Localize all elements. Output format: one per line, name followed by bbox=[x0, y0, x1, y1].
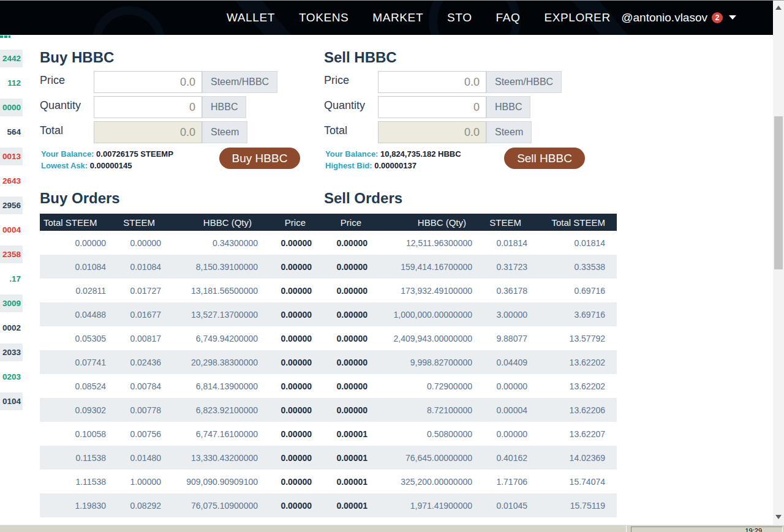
order-row: 0.000000.000000.343000000.00000 bbox=[40, 231, 314, 255]
cutoff-value: 2956 bbox=[0, 197, 23, 214]
order-cell: 12,511.96300000 bbox=[370, 238, 475, 248]
nav-menu: WALLET TOKENS MARKET STO FAQ EXPLORER bbox=[227, 0, 611, 35]
order-row: 0.044880.0167713,527.137000000.00000 bbox=[40, 302, 314, 326]
notification-badge[interactable]: 2 bbox=[712, 12, 723, 23]
buy-total-label: Total bbox=[40, 124, 63, 137]
order-cell: 0.50800000 bbox=[370, 429, 475, 439]
order-cell: 0.31723 bbox=[475, 262, 530, 272]
cutoff-value: 2358 bbox=[0, 245, 23, 263]
order-cell: 0.33538 bbox=[530, 262, 617, 272]
order-cell: 0.34300000 bbox=[164, 238, 260, 248]
buy-total-input bbox=[94, 121, 202, 143]
order-row: 0.0000012,511.963000000.018140.01814 bbox=[314, 231, 617, 255]
sell-quantity-input[interactable] bbox=[378, 96, 486, 118]
order-row: 0.053050.008176,749.942000000.00000 bbox=[40, 326, 314, 350]
sell-hbbc-button[interactable]: Sell HBBC bbox=[504, 148, 585, 169]
scroll-up-arrow-icon[interactable] bbox=[775, 6, 782, 10]
order-cell: 6,747.16100000 bbox=[164, 429, 260, 439]
cutoff-value: 564 bbox=[0, 123, 23, 141]
order-cell: 0.01084 bbox=[40, 262, 108, 272]
order-cell: 9,998.82700000 bbox=[370, 358, 475, 367]
buy-balance-label: Your Balance: bbox=[41, 149, 94, 159]
vertical-scrollbar[interactable] bbox=[773, 0, 784, 525]
order-cell: 0.36178 bbox=[475, 286, 530, 296]
order-cell: 0.00000 bbox=[260, 310, 314, 320]
order-cell: 1.71706 bbox=[475, 477, 530, 487]
order-row: 0.00000173,932.491000000.361780.69716 bbox=[314, 279, 617, 302]
buy-orders-title: Buy Orders bbox=[40, 190, 120, 207]
order-cell: 13.62207 bbox=[530, 429, 617, 439]
cutoff-value: 2442 bbox=[0, 50, 23, 67]
order-cell: 14.02369 bbox=[530, 453, 617, 463]
order-cell: 0.00001 bbox=[314, 501, 370, 511]
order-cell: 2,409,943.00000000 bbox=[370, 334, 475, 343]
order-cell: 0.00000 bbox=[260, 286, 314, 296]
scroll-down-arrow-icon[interactable] bbox=[775, 515, 782, 519]
order-row: 1.198300.0829276,075.109000000.00000 bbox=[40, 493, 314, 517]
column-header: STEEM bbox=[475, 217, 530, 228]
cutoff-value: 112 bbox=[0, 74, 23, 92]
order-cell: 1.19830 bbox=[40, 501, 108, 511]
column-header: Total STEEM bbox=[530, 217, 617, 228]
sell-price-input[interactable] bbox=[378, 71, 486, 93]
cutoff-value: 2033 bbox=[0, 343, 23, 361]
order-cell: 20,298.38300000 bbox=[164, 358, 260, 367]
order-row: 0.000002,409,943.000000009.8807713.57792 bbox=[314, 326, 617, 350]
column-header: Price bbox=[260, 217, 314, 228]
order-row: 0.000009,998.827000000.0440913.62202 bbox=[314, 350, 617, 374]
order-cell: 0.00000 bbox=[314, 358, 370, 367]
order-cell: 0.01045 bbox=[475, 501, 530, 511]
nav-item-market[interactable]: MARKET bbox=[372, 11, 423, 24]
window-top-edge bbox=[0, 0, 784, 1]
order-cell: 0.00778 bbox=[108, 405, 164, 415]
order-cell: 6,814.13900000 bbox=[164, 381, 260, 391]
order-cell: 6,749.94200000 bbox=[164, 334, 260, 343]
taskbar-clock: 19:29 bbox=[745, 527, 762, 532]
order-cell: 0.00000 bbox=[260, 405, 314, 415]
nav-item-faq[interactable]: FAQ bbox=[496, 11, 521, 24]
buy-quantity-input[interactable] bbox=[94, 96, 202, 118]
buy-orders-header-row: Total STEEM STEEM HBBC (Qty) Price bbox=[40, 214, 314, 231]
username-label[interactable]: @antonio.vlasov bbox=[621, 11, 707, 24]
buy-price-input[interactable] bbox=[94, 71, 202, 93]
scrollbar-thumb[interactable] bbox=[774, 116, 783, 269]
nav-item-wallet[interactable]: WALLET bbox=[227, 11, 275, 24]
lowest-ask-value: 0.00000145 bbox=[90, 161, 132, 170]
order-cell: 0.04488 bbox=[40, 310, 108, 320]
buy-form-title: Buy HBBC bbox=[40, 49, 114, 66]
user-menu[interactable]: @antonio.vlasov 2 bbox=[621, 0, 736, 35]
sell-total-input bbox=[378, 121, 486, 143]
order-cell: 0.00000 bbox=[260, 381, 314, 391]
order-cell: 0.00000 bbox=[314, 310, 370, 320]
order-cell: 0.05305 bbox=[40, 334, 108, 343]
order-cell: 0.00000 bbox=[260, 453, 314, 463]
order-row: 0.000008.721000000.0000413.62206 bbox=[314, 398, 617, 422]
order-row: 0.00001325,200.000000001.7170615.74074 bbox=[314, 470, 617, 493]
order-cell: 0.00001 bbox=[314, 429, 370, 439]
buy-hbbc-button[interactable]: Buy HBBC bbox=[219, 148, 300, 169]
top-nav-bar: WALLET TOKENS MARKET STO FAQ EXPLORER @a… bbox=[0, 0, 773, 35]
order-row: 0.000001,000,000.000000003.000003.69716 bbox=[314, 302, 617, 326]
cutoff-value: 0004 bbox=[0, 221, 23, 239]
order-cell: 76,075.10900000 bbox=[164, 501, 260, 511]
chevron-down-icon[interactable] bbox=[729, 15, 736, 20]
sell-quantity-unit: HBBC bbox=[486, 96, 530, 118]
nav-item-sto[interactable]: STO bbox=[447, 11, 472, 24]
lowest-ask-line: Lowest Ask: 0.00000145 bbox=[41, 161, 132, 170]
order-row: 0.000010.508000000.0000013.62207 bbox=[314, 422, 617, 446]
cutoff-value: 3009 bbox=[0, 294, 23, 312]
nav-item-tokens[interactable]: TOKENS bbox=[299, 11, 349, 24]
column-header: STEEM bbox=[108, 217, 164, 228]
order-row: 0.115380.0148013,330.432000000.00000 bbox=[40, 446, 314, 470]
order-cell: 0.00000 bbox=[314, 286, 370, 296]
sell-orders-title: Sell Orders bbox=[324, 190, 402, 207]
order-cell: 13,527.13700000 bbox=[164, 310, 260, 320]
order-cell: 0.00004 bbox=[475, 405, 530, 415]
nav-item-explorer[interactable]: EXPLORER bbox=[544, 11, 610, 24]
order-cell: 13.57792 bbox=[530, 334, 617, 343]
order-cell: 0.00000 bbox=[260, 477, 314, 487]
order-cell: 0.00000 bbox=[314, 334, 370, 343]
order-cell: 0.00000 bbox=[314, 262, 370, 272]
buy-price-label: Price bbox=[40, 74, 65, 87]
sell-form-title: Sell HBBC bbox=[324, 49, 397, 66]
